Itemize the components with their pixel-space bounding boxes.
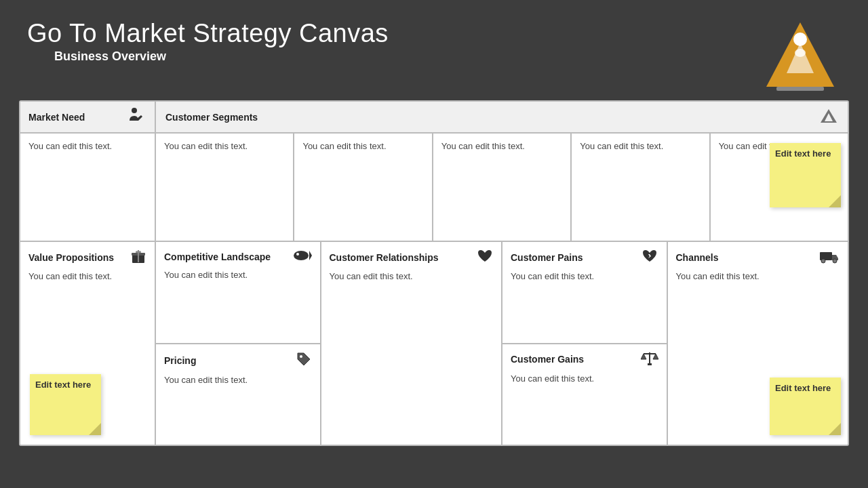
channels-sticky[interactable]: Edit text here <box>770 378 841 435</box>
canvas: Market Need Customer Segments <box>19 100 849 446</box>
page-title: Go To Market Strategy Canvas <box>27 19 389 48</box>
customer-gains-cell[interactable]: Customer Gains <box>502 344 667 445</box>
customer-relationships-text: You can edit this text. <box>330 270 494 283</box>
svg-point-14 <box>300 355 302 358</box>
segment-4-text: You can edit this text. <box>580 140 701 152</box>
svg-point-5 <box>132 108 137 113</box>
customer-relationships-label: Customer Relationships <box>330 251 439 264</box>
customer-pains-cell[interactable]: Customer Pains You can edit this text. <box>502 242 667 344</box>
logo-svg <box>763 19 837 94</box>
pricing-header: Pricing <box>164 351 312 370</box>
svg-point-3 <box>795 49 806 57</box>
header: Go To Market Strategy Canvas Business Ov… <box>0 0 868 100</box>
pains-gains-col: Customer Pains You can edit this text. <box>502 242 668 445</box>
section-label: Business Overview <box>27 48 389 69</box>
value-propositions-sticky[interactable]: Edit text here <box>30 374 101 435</box>
customer-gains-header: Customer Gains <box>511 351 658 369</box>
channels-label: Channels <box>676 252 719 263</box>
value-propositions-label: Value Propositions <box>28 251 114 264</box>
top-header-row: Market Need Customer Segments <box>20 102 848 134</box>
customer-segments-header: Customer Segments <box>156 102 848 132</box>
customer-pains-text: You can edit this text. <box>511 270 658 283</box>
gift-icon <box>130 249 146 266</box>
value-propositions-text: You can edit this text. <box>28 270 146 283</box>
market-need-header: Market Need <box>20 102 156 132</box>
segment-3-cell[interactable]: You can edit this text. <box>433 134 572 241</box>
segment-2-cell[interactable]: You can edit this text. <box>294 134 433 241</box>
fish-icon <box>292 249 312 265</box>
customer-gains-label: Customer Gains <box>511 353 584 365</box>
right-section: You can edit this text. You can edit thi… <box>156 134 848 445</box>
pricing-label: Pricing <box>164 355 196 366</box>
market-need-text: You can edit this text. <box>28 140 146 152</box>
customer-segments-label: Customer Segments <box>165 112 258 123</box>
left-column: You can edit this text. Value Propositio… <box>20 134 156 445</box>
market-need-label: Market Need <box>28 112 85 123</box>
customer-pains-label: Customer Pains <box>511 251 583 264</box>
segment-3-text: You can edit this text. <box>441 140 562 152</box>
pyramid-icon <box>819 108 838 127</box>
channels-header: Channels <box>676 249 840 266</box>
channels-text: You can edit this text. <box>676 270 840 283</box>
competitive-landscape-text: You can edit this text. <box>164 269 312 281</box>
competitive-landscape-header: Competitive Landscape <box>164 249 312 265</box>
person-icon <box>127 107 146 127</box>
market-need-cell[interactable]: You can edit this text. <box>20 134 155 242</box>
svg-rect-17 <box>648 363 652 365</box>
value-propositions-cell[interactable]: Value Propositions You can edit this t <box>20 242 155 445</box>
right-row-1: You can edit this text. You can edit thi… <box>156 134 848 242</box>
svg-point-11 <box>294 251 309 260</box>
broken-heart-icon <box>641 249 658 266</box>
right-row-2: Competitive Landscape You can edit t <box>156 242 848 445</box>
svg-marker-12 <box>309 251 312 260</box>
svg-point-20 <box>833 259 837 263</box>
channels-cell[interactable]: Channels You can edit this text. <box>668 242 848 445</box>
pricing-cell[interactable]: Pricing You can edit this text. <box>156 344 320 445</box>
segment-1-text: You can edit this text. <box>164 140 285 152</box>
svg-rect-4 <box>776 87 824 91</box>
customer-gains-text: You can edit this text. <box>511 373 658 385</box>
logo-area <box>760 19 841 94</box>
svg-point-2 <box>793 33 807 46</box>
competitive-pricing-col: Competitive Landscape You can edit t <box>156 242 321 445</box>
competitive-landscape-cell[interactable]: Competitive Landscape You can edit t <box>156 242 320 344</box>
truck-icon <box>819 249 840 266</box>
customer-pains-header: Customer Pains <box>511 249 658 266</box>
segment-1-cell[interactable]: You can edit this text. <box>156 134 294 241</box>
page-wrapper: Go To Market Strategy Canvas Business Ov… <box>0 0 868 488</box>
customer-relationships-cell[interactable]: Customer Relationships You can edit this… <box>321 242 503 445</box>
customer-relationships-header: Customer Relationships <box>330 249 494 266</box>
segment-5-sticky[interactable]: Edit text here <box>770 143 841 207</box>
segment-4-cell[interactable]: You can edit this text. <box>572 134 710 241</box>
svg-point-19 <box>821 259 825 263</box>
segment-5-cell[interactable]: You can edit this text. Edit text here <box>711 134 848 241</box>
header-left: Go To Market Strategy Canvas Business Ov… <box>27 19 389 69</box>
segment-2-text: You can edit this text. <box>302 140 423 152</box>
value-propositions-header-row: Value Propositions <box>28 249 146 266</box>
svg-point-13 <box>296 253 299 256</box>
tag-icon <box>296 351 312 370</box>
competitive-landscape-label: Competitive Landscape <box>164 251 271 263</box>
pricing-text: You can edit this text. <box>164 374 312 386</box>
svg-rect-18 <box>820 252 832 260</box>
heart-icon <box>477 249 493 266</box>
scale-icon <box>641 351 658 369</box>
body-rows: You can edit this text. Value Propositio… <box>20 134 848 445</box>
